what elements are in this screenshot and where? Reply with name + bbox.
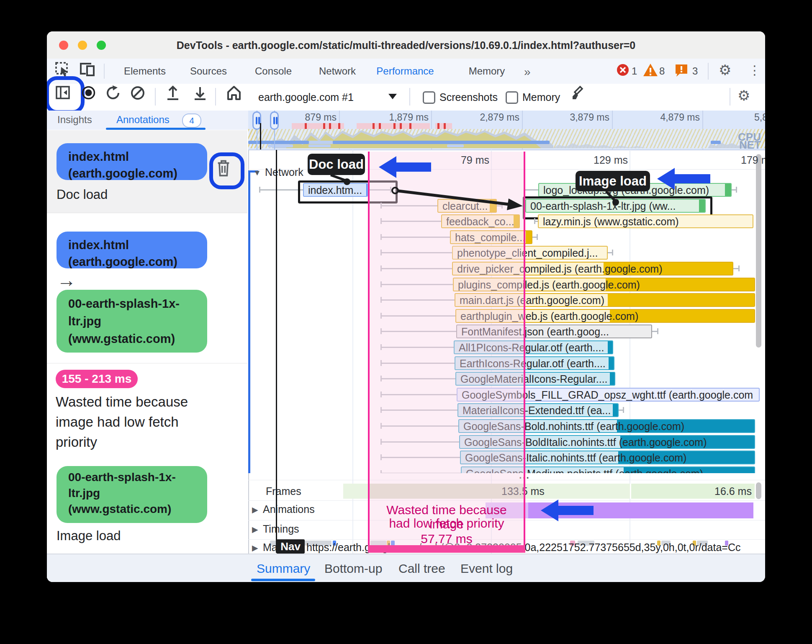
time-range-label-line2: had low fetch priority [368, 516, 525, 531]
animations-track-label[interactable]: Animations [263, 503, 315, 515]
network-scrollbar-thumb[interactable] [756, 154, 761, 348]
request-whisker-cap [612, 250, 613, 255]
window-title: DevTools - earth.google.com/static/multi… [47, 39, 765, 52]
issues-badge-icon[interactable] [675, 64, 688, 77]
net-activity-segment [711, 141, 721, 144]
animations-collapse-icon[interactable]: ▶ [252, 505, 258, 515]
request-whisker [524, 189, 538, 191]
download-profile-icon[interactable] [193, 85, 207, 100]
network-request-bar[interactable]: lazy.min.js (www.gstatic.com) [538, 214, 753, 228]
capture-settings-gear-icon[interactable]: ⚙ [737, 87, 750, 104]
timings-collapse-icon[interactable]: ▶ [252, 525, 258, 534]
record-button-icon[interactable] [82, 86, 95, 100]
overview-tick-label: 2,879 ms [480, 112, 519, 123]
toolbar-divider [730, 88, 730, 106]
details-tabbar: SummaryBottom-upCall treeEvent log [47, 554, 765, 582]
warning-count[interactable]: 8 [659, 65, 665, 77]
overview-tick-label: 4,879 ms [660, 112, 700, 123]
kebab-menu-icon[interactable]: ⋮ [748, 63, 761, 77]
long-task-mark [379, 123, 381, 129]
chevron-down-icon[interactable] [388, 94, 397, 99]
annotation-caption: Image load [57, 528, 121, 544]
request-tail-segment [725, 184, 731, 196]
animation-bar[interactable] [528, 502, 753, 518]
toolbar-divider [708, 63, 709, 80]
tab-summary[interactable]: Summary [257, 562, 310, 576]
tab-performance[interactable]: Performance [376, 65, 434, 77]
main-track-label[interactable]: Ma [263, 541, 278, 554]
overview-tick-label: 3,879 ms [570, 112, 609, 123]
request-label: lazy.min.js (www.gstatic.com) [543, 216, 679, 227]
overview-dim-veil [257, 129, 757, 148]
timeline-overview[interactable]: 879 ms1,879 ms2,879 ms3,879 ms4,879 ms5,… [248, 111, 765, 150]
timings-track-label[interactable]: Timings [263, 523, 299, 535]
net-activity-segment [447, 144, 464, 147]
request-whisker-cap [657, 328, 658, 334]
toolbar-divider [104, 64, 105, 79]
request-whisker-cap [623, 407, 624, 413]
main-collapse-icon[interactable]: ▶ [252, 543, 258, 553]
request-tail-segment [609, 357, 614, 369]
devtools-window: DevTools - earth.google.com/static/multi… [47, 31, 765, 582]
more-tabs-button[interactable]: » [524, 65, 531, 79]
request-whisker-cap [537, 234, 538, 240]
nav-marker: Nav [276, 539, 305, 554]
net-activity-segment [308, 144, 331, 147]
tab-insights[interactable]: Insights [57, 114, 92, 126]
long-task-mark [437, 123, 439, 129]
frames-scrollbar-thumb[interactable] [756, 482, 761, 499]
annotation-circle-sidebar-toggle [47, 76, 85, 114]
overview-tick-label: 5,8 [754, 112, 765, 123]
toolbar-divider [155, 88, 156, 106]
long-task-mark [393, 123, 396, 129]
request-tail-segment [610, 373, 614, 385]
error-badge-icon[interactable] [617, 64, 629, 76]
memory-checkbox[interactable] [506, 91, 518, 104]
long-task-mark [444, 123, 446, 129]
long-task-mark [329, 123, 331, 129]
time-ruler-label: 129 ms [594, 154, 628, 166]
inspect-element-icon[interactable] [54, 61, 71, 78]
selection-right-handle[interactable] [270, 111, 279, 130]
screenshots-label[interactable]: Screenshots [439, 91, 498, 103]
issues-count[interactable]: 3 [692, 65, 698, 77]
request-whisker-cap [738, 265, 740, 271]
doc-load-annotation-label[interactable]: Doc load [308, 154, 365, 175]
frames-track-label[interactable]: Frames [266, 485, 301, 497]
timeline-playhead[interactable] [276, 150, 277, 553]
net-activity-segment [309, 141, 333, 144]
long-task-mark [323, 123, 325, 129]
long-task-mark [305, 123, 307, 129]
tab-network[interactable]: Network [319, 65, 356, 77]
clear-recording-icon[interactable] [130, 85, 145, 100]
history-selector[interactable]: earth.google.com #1 [258, 91, 354, 103]
tab-annotations[interactable]: Annotations [116, 114, 170, 126]
sidebar-tabbar: Insights Annotations 4 [47, 111, 248, 130]
tab-memory[interactable]: Memory [469, 65, 505, 77]
time-range-annotation-bar [368, 545, 525, 553]
upload-profile-icon[interactable] [166, 85, 180, 100]
tab-call-tree[interactable]: Call tree [398, 562, 445, 576]
time-range-annotation[interactable]: Wasted time because image had low fetch … [368, 152, 525, 553]
screenshots-checkbox[interactable] [423, 91, 435, 104]
performance-toolbar: earth.google.com #1 Screenshots Memory ⚙ [47, 84, 765, 111]
error-count[interactable]: 1 [632, 65, 637, 77]
long-task-mark [338, 123, 340, 129]
device-toolbar-icon[interactable] [79, 62, 96, 77]
warning-badge-icon[interactable] [643, 63, 658, 77]
image-load-annotation-label[interactable]: Image load [576, 171, 650, 191]
tab-console[interactable]: Console [255, 65, 292, 77]
home-icon[interactable] [226, 85, 242, 101]
tab-sources[interactable]: Sources [190, 65, 227, 77]
request-whisker-cap [736, 187, 737, 193]
long-task-mark [373, 123, 375, 129]
reload-record-icon[interactable] [106, 85, 121, 100]
memory-label[interactable]: Memory [522, 91, 560, 103]
tab-elements[interactable]: Elements [124, 65, 166, 77]
garbage-collect-icon[interactable] [571, 85, 587, 101]
settings-gear-icon[interactable]: ⚙ [719, 62, 731, 78]
tab-bottom-up[interactable]: Bottom-up [324, 562, 382, 576]
annotation-entry-chip[interactable]: 00-earth-splash-1x- ltr.jpg (www.gstatic… [57, 466, 207, 523]
tab-event-log[interactable]: Event log [460, 562, 513, 576]
toolbar-divider [215, 88, 216, 106]
